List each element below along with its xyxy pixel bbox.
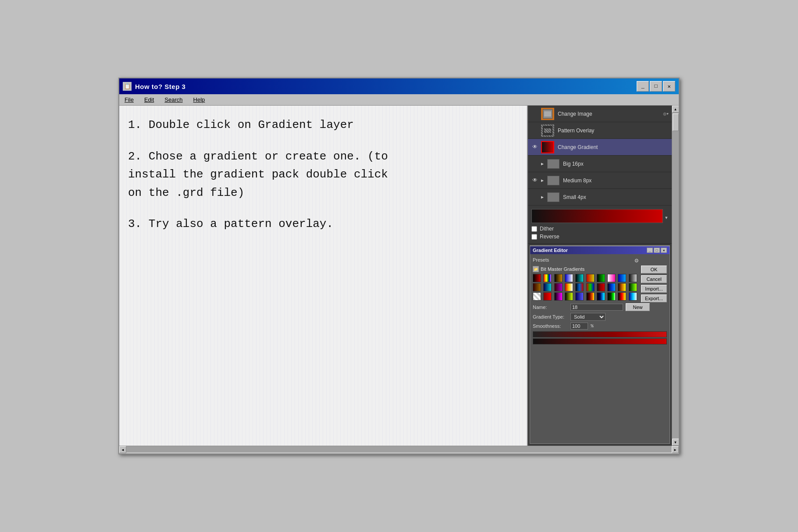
swatch-13[interactable] — [554, 283, 563, 291]
swatch-6[interactable] — [586, 274, 595, 282]
scroll-down-button[interactable]: ▼ — [672, 439, 679, 446]
swatch-12[interactable] — [543, 283, 552, 291]
instruction-step3: 3. Try also a pattern overlay. — [128, 215, 518, 234]
ge-ok-button[interactable]: OK — [641, 266, 667, 273]
swatch-17[interactable] — [597, 283, 605, 291]
ge-folder-row[interactable]: 📁 Bit Master Gradients — [533, 266, 638, 272]
layer-row-change-image[interactable]: Change Image ◎▾ — [528, 106, 672, 122]
layer-row-small-4px[interactable]: ▶ Small 4px — [528, 189, 672, 206]
layer-label-medium-8px: Medium 8px — [563, 177, 669, 184]
ge-content: Presets ⚙ 📁 Bit Master Gradients — [533, 257, 667, 303]
layer-eye-small-4px[interactable] — [531, 193, 539, 202]
ge-action-buttons: OK Cancel Import... Export... — [641, 257, 667, 303]
dither-row: Dither — [531, 226, 668, 232]
layer-row-big-16px[interactable]: ▶ Big 16px — [528, 156, 672, 172]
hscroll-track[interactable] — [126, 446, 672, 452]
scroll-track[interactable] — [672, 113, 679, 439]
ge-new-button[interactable]: New — [626, 303, 650, 311]
swatch-24[interactable] — [565, 292, 573, 301]
layer-row-pattern-overlay[interactable]: Pattern Overlay — [528, 122, 672, 139]
scroll-up-button[interactable]: ▲ — [672, 106, 679, 113]
swatch-11[interactable] — [533, 283, 541, 291]
swatch-16[interactable] — [586, 283, 595, 291]
layer-thumb-small-4px — [547, 192, 559, 202]
swatch-10[interactable] — [629, 274, 637, 282]
ge-import-button[interactable]: Import... — [641, 285, 667, 293]
layer-eye-change-gradient[interactable]: 👁 — [531, 143, 539, 152]
ge-gradient-bar-bottom[interactable] — [533, 338, 667, 344]
layer-eye-change-image[interactable] — [531, 110, 539, 118]
swatch-20[interactable] — [629, 283, 637, 291]
ge-smoothness-input[interactable] — [570, 323, 588, 330]
right-panel: Change Image ◎▾ Pattern Overlay 👁 — [527, 106, 672, 446]
menu-edit[interactable]: Edit — [142, 96, 156, 104]
swatch-25[interactable] — [575, 292, 584, 301]
swatch-23[interactable] — [554, 292, 563, 301]
swatch-19[interactable] — [618, 283, 626, 291]
layer-thumb-pattern-overlay — [541, 124, 554, 137]
swatch-9[interactable] — [618, 274, 626, 282]
swatch-2[interactable] — [543, 274, 552, 282]
swatch-15[interactable] — [575, 283, 584, 291]
layer-eye-big-16px[interactable] — [531, 160, 539, 168]
swatch-26[interactable] — [586, 292, 595, 301]
menubar: File Edit Search Help — [119, 94, 679, 106]
dither-checkbox[interactable] — [531, 226, 537, 232]
swatch-28[interactable] — [607, 292, 616, 301]
swatch-18[interactable] — [607, 283, 616, 291]
ge-smoothness-unit: % — [591, 323, 594, 329]
layers-panel: Change Image ◎▾ Pattern Overlay 👁 — [528, 106, 672, 206]
ge-gradient-type-select[interactable]: Solid Noise — [570, 313, 606, 321]
layer-row-medium-8px[interactable]: 👁 ▶ Medium 8px — [528, 172, 672, 189]
ge-maximize-button[interactable]: □ — [654, 248, 660, 253]
reverse-checkbox[interactable] — [531, 234, 537, 240]
swatch-8[interactable] — [607, 274, 616, 282]
gradient-dropdown-arrow[interactable]: ▾ — [665, 214, 668, 221]
ge-minimize-button[interactable]: _ — [647, 248, 653, 253]
layer-eye-pattern-overlay[interactable] — [531, 126, 539, 135]
layer-eye-medium-8px[interactable]: 👁 — [531, 176, 539, 185]
swatch-29[interactable] — [618, 292, 626, 301]
swatch-5[interactable] — [575, 274, 584, 282]
menu-file[interactable]: File — [123, 96, 135, 104]
swatch-7[interactable] — [597, 274, 605, 282]
ge-cancel-button[interactable]: Cancel — [641, 275, 667, 283]
swatch-30[interactable] — [629, 292, 637, 301]
swatch-22[interactable] — [543, 292, 552, 301]
layer-thumb-change-image — [541, 108, 554, 120]
scroll-right-button[interactable]: ▶ — [672, 446, 679, 453]
layer-thumb-big-16px — [547, 159, 559, 169]
ge-smoothness-row: Smoothness: % — [533, 323, 667, 330]
gradient-preview-bar[interactable] — [531, 209, 663, 223]
swatch-1[interactable] — [533, 274, 541, 282]
ge-folder-label: Bit Master Gradients — [541, 266, 584, 272]
title-buttons: _ □ ✕ — [637, 81, 675, 92]
layer-arrow-medium-8px: ▶ — [541, 178, 547, 183]
ge-name-input[interactable] — [570, 304, 623, 311]
ge-gradient-bar-top[interactable] — [533, 331, 667, 337]
close-button[interactable]: ✕ — [663, 81, 675, 92]
title-bar-left: 📋 How to? Step 3 — [123, 82, 185, 91]
bottom-bar: ◀ ▶ — [119, 446, 679, 454]
scroll-thumb[interactable] — [673, 113, 679, 131]
layer-row-change-gradient[interactable]: 👁 Change Gradient — [528, 139, 672, 156]
layer-label-big-16px: Big 16px — [563, 161, 669, 167]
menu-help[interactable]: Help — [192, 96, 207, 104]
swatch-4[interactable] — [565, 274, 573, 282]
ge-export-button[interactable]: Export... — [641, 294, 667, 302]
window-title: How to? Step 3 — [135, 83, 185, 90]
swatch-21[interactable] — [533, 292, 541, 301]
swatch-27[interactable] — [597, 292, 605, 301]
gradient-bar-area: ▾ Dither Reverse — [528, 206, 672, 244]
ge-close-button[interactable]: × — [661, 248, 667, 253]
minimize-button[interactable]: _ — [637, 81, 649, 92]
swatch-14[interactable] — [565, 283, 573, 291]
ge-gradient-display — [533, 331, 667, 344]
ge-settings-icon[interactable]: ⚙ — [635, 257, 638, 264]
dither-label: Dither — [540, 226, 554, 232]
window-icon: 📋 — [123, 82, 132, 91]
scroll-left-button[interactable]: ◀ — [119, 446, 126, 453]
maximize-button[interactable]: □ — [650, 81, 662, 92]
swatch-3[interactable] — [554, 274, 563, 282]
menu-search[interactable]: Search — [163, 96, 184, 104]
